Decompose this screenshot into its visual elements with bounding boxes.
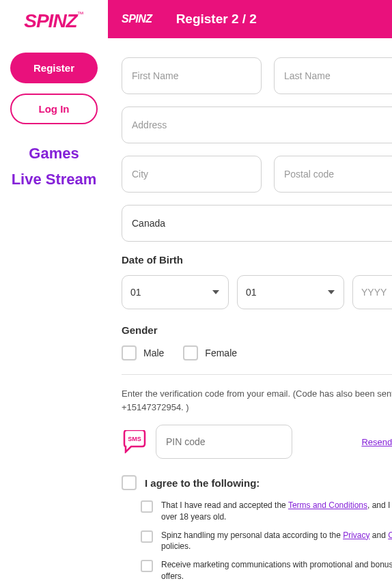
sidebar: SPINZ™ Register Log In Games Live Stream [0, 0, 108, 581]
resend-code-link[interactable]: Resend code [361, 437, 392, 447]
checkbox-icon [183, 345, 198, 360]
agree-marketing-text: Receive marketing communications with pr… [161, 559, 392, 581]
header-logo: SPINZ [122, 13, 152, 25]
gender-label: Gender [122, 324, 392, 336]
cookie-link[interactable]: Cookie [388, 530, 392, 540]
gender-male-option[interactable]: Male [122, 345, 164, 360]
main-panel: SPINZ Register 2 / 2 Date of Birth [108, 0, 392, 581]
logo: SPINZ™ [24, 10, 83, 32]
logo-trademark: ™ [77, 10, 84, 18]
agree-privacy-checkbox[interactable] [141, 530, 153, 543]
svg-text:SMS: SMS [128, 436, 141, 442]
nav-games[interactable]: Games [29, 145, 79, 162]
gender-female-option[interactable]: Female [183, 345, 237, 360]
city-input[interactable] [122, 156, 262, 193]
first-name-input[interactable] [122, 57, 262, 94]
dob-label: Date of Birth [122, 254, 392, 266]
pin-code-input[interactable] [156, 425, 292, 459]
logo-text: SPINZ [24, 10, 76, 31]
country-select[interactable] [122, 205, 392, 242]
agree-all-checkbox[interactable] [122, 475, 137, 490]
postal-code-input[interactable] [274, 156, 392, 193]
gender-male-label: Male [143, 348, 164, 358]
dob-month-select[interactable] [237, 275, 344, 309]
address-input[interactable] [122, 107, 392, 143]
modal-title: Register 2 / 2 [176, 12, 392, 27]
last-name-input[interactable] [274, 57, 392, 94]
divider [122, 374, 392, 375]
agree-marketing-checkbox[interactable] [141, 560, 153, 572]
agree-terms-text: That I have read and accepted the Terms … [161, 500, 392, 523]
dob-year-input[interactable] [352, 275, 392, 309]
sms-icon: SMS [122, 430, 148, 453]
checkbox-icon [122, 345, 137, 360]
registration-form: Date of Birth Gender Male Female [108, 38, 392, 581]
terms-link[interactable]: Terms and Conditions [288, 500, 367, 510]
verification-info: Enter the verification code from your em… [122, 387, 392, 414]
agree-title: I agree to the following: [145, 477, 260, 489]
register-button[interactable]: Register [10, 53, 98, 83]
nav-live-stream[interactable]: Live Stream [12, 171, 97, 188]
agree-privacy-text: Spinz handling my personal data accordin… [161, 530, 392, 553]
agree-terms-checkbox[interactable] [141, 500, 153, 513]
privacy-link[interactable]: Privacy [343, 530, 369, 540]
gender-female-label: Female [205, 348, 237, 358]
login-button[interactable]: Log In [10, 94, 98, 124]
dob-day-select[interactable] [122, 275, 229, 309]
modal-header: SPINZ Register 2 / 2 [108, 0, 392, 38]
